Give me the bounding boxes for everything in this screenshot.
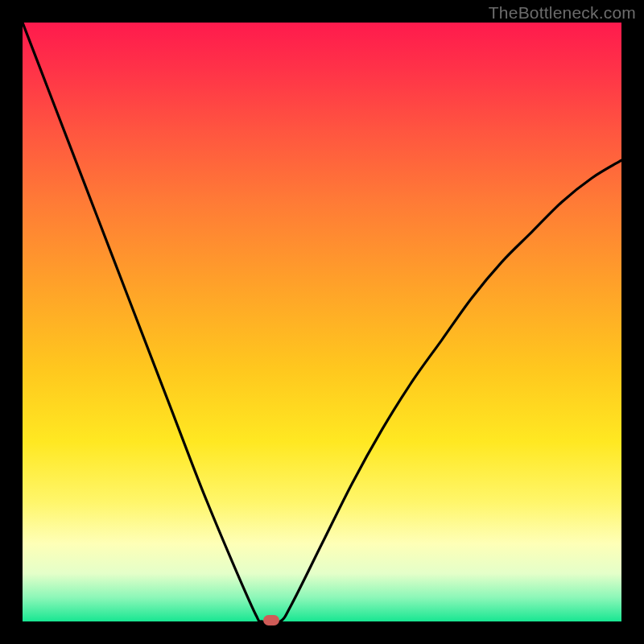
curve-svg xyxy=(23,23,621,621)
plot-area xyxy=(23,23,621,621)
bottleneck-curve xyxy=(23,23,621,621)
chart-frame: TheBottleneck.com xyxy=(0,0,644,644)
watermark-text: TheBottleneck.com xyxy=(489,3,636,23)
optimal-marker xyxy=(263,615,279,625)
